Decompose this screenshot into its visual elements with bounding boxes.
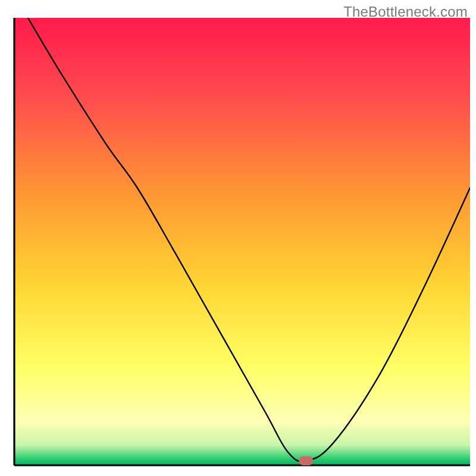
chart-container: TheBottleneck.com [0, 0, 476, 476]
watermark-label: TheBottleneck.com [343, 4, 468, 20]
bottleneck-chart [0, 0, 476, 476]
sweet-spot-marker [299, 456, 313, 465]
gradient-background [14, 18, 470, 465]
